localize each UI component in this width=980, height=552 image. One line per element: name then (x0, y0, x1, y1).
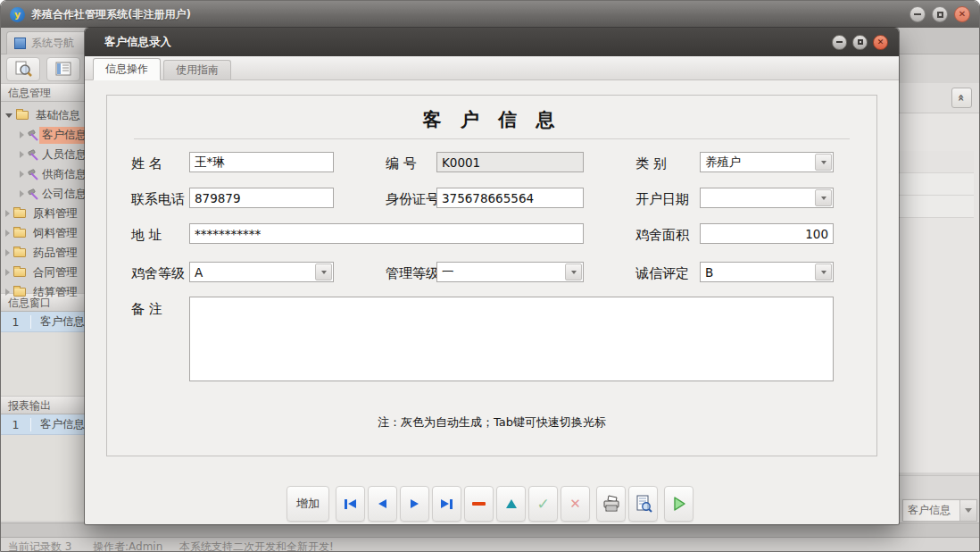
form-note: 注：灰色为自动生成；Tab键可快速切换光标 (107, 414, 876, 431)
prev-icon (378, 499, 386, 508)
last-record-button[interactable] (432, 486, 461, 522)
tree-item-medicine-mgmt[interactable]: 药品管理 (1, 243, 85, 263)
close-button[interactable]: ✕ (954, 6, 970, 22)
combo-drop-button[interactable] (815, 154, 832, 171)
app-logo-icon: y (10, 7, 25, 22)
remark-textarea[interactable] (189, 297, 834, 381)
window-titlebar: y 养殖合作社管理系统(非注册用户) ✕ (1, 1, 979, 28)
category-combo[interactable]: 养殖户 (700, 152, 834, 172)
tree-item-contract-mgmt[interactable]: 合同管理 (1, 263, 85, 282)
combo-drop-button[interactable] (959, 500, 976, 521)
combo-drop-button[interactable] (815, 263, 832, 280)
tree-item-customer-info[interactable]: 客户信息 (1, 125, 85, 145)
customer-form-panel: 客 户 信 息 姓 名 编 号 类 别 养殖户 联系电话 身份证号 开户日期 (106, 95, 877, 456)
post-record-button[interactable]: ✓ (528, 486, 558, 522)
search-tool-button[interactable] (6, 57, 40, 81)
status-message: 本系统支持二次开发和全新开发! (179, 539, 334, 552)
mgmt-grade-combo[interactable]: 一 (436, 262, 584, 282)
tab-info-operation[interactable]: 信息操作 (93, 58, 161, 80)
dialog-minimize-button[interactable] (832, 35, 847, 50)
minus-icon (472, 502, 486, 506)
close-icon: ✕ (877, 38, 884, 46)
print-button[interactable] (596, 486, 626, 522)
status-record-count: 当前记录数 3 (8, 539, 71, 552)
window-title: 养殖合作社管理系统(非注册用户) (31, 7, 191, 22)
tree-item-raw-material[interactable]: 原料管理 (1, 204, 85, 223)
first-icon (348, 499, 356, 508)
folder-icon (13, 288, 26, 297)
report-output-row[interactable]: 1 客户信息 (1, 414, 85, 435)
tool-icon (28, 169, 39, 180)
tree-item-feed-mgmt[interactable]: 饲料管理 (1, 223, 85, 243)
status-operator: 操作者:Admin (93, 539, 162, 552)
add-button[interactable]: 增加 (287, 486, 329, 522)
maximize-icon (858, 39, 863, 45)
bottom-strip (1, 523, 979, 537)
customer-entry-dialog: 客户信息录入 ✕ 信息操作 使用指南 客 户 信 息 姓 名 编 号 类 别 (85, 28, 899, 524)
tree-item-supplier-info[interactable]: 供商信息 (1, 164, 85, 184)
dialog-maximize-button[interactable] (852, 35, 868, 50)
coop-area-input[interactable] (700, 223, 834, 244)
collapse-panel-button[interactable]: « (951, 88, 972, 108)
tab-system-nav[interactable]: 系统导航 (6, 31, 88, 54)
list-view-button[interactable] (46, 57, 80, 81)
window-controls: ✕ (909, 6, 970, 22)
expander-right-icon[interactable] (20, 131, 24, 138)
expander-right-icon[interactable] (5, 230, 10, 237)
name-input[interactable] (189, 152, 334, 172)
chevron-down-icon (821, 271, 826, 274)
delete-record-button[interactable] (464, 486, 494, 522)
tree-item-base-info[interactable]: 基础信息 (1, 105, 85, 125)
next-icon (411, 499, 419, 508)
tree-item-company-info[interactable]: 公司信息 (1, 184, 85, 204)
report-select-combo[interactable]: 客户信息 (902, 499, 977, 522)
expander-right-icon[interactable] (20, 171, 24, 178)
phone-input[interactable] (189, 188, 334, 208)
coop-grade-combo[interactable]: A (189, 262, 334, 282)
cancel-record-button[interactable]: ✕ (561, 486, 590, 522)
play-icon (671, 496, 687, 512)
combo-drop-button[interactable] (315, 263, 332, 280)
id-number-input[interactable] (436, 188, 584, 208)
dialog-close-button[interactable]: ✕ (873, 35, 888, 50)
next-record-button[interactable] (400, 486, 429, 522)
folder-icon (13, 209, 26, 218)
chevron-down-icon (571, 271, 577, 274)
tree-item-personnel-info[interactable]: 人员信息 (1, 145, 85, 164)
search-doc-icon (14, 61, 32, 77)
address-input[interactable] (189, 223, 584, 244)
expander-right-icon[interactable] (20, 151, 24, 158)
folder-icon (13, 248, 26, 257)
run-button[interactable] (664, 486, 693, 522)
label-coop-area: 鸡舍面积 (635, 227, 689, 244)
nav-square-icon (14, 38, 26, 49)
expander-right-icon[interactable] (5, 210, 10, 217)
app-window: y 养殖合作社管理系统(非注册用户) ✕ 系统导航 (0, 0, 980, 552)
expander-right-icon[interactable] (20, 190, 24, 197)
minimize-icon (914, 13, 921, 15)
combo-drop-button[interactable] (565, 263, 582, 280)
first-record-button[interactable] (336, 486, 365, 522)
minimize-button[interactable] (909, 6, 926, 22)
expander-down-icon[interactable] (5, 113, 12, 118)
statusbar: 当前记录数 3 操作者:Admin 本系统支持二次开发和全新开发! (1, 537, 979, 552)
print-preview-button[interactable] (628, 486, 658, 522)
credit-rating-combo[interactable]: B (700, 262, 834, 282)
tab-user-guide[interactable]: 使用指南 (163, 60, 231, 79)
open-date-combo[interactable] (700, 188, 834, 208)
maximize-icon (937, 12, 943, 18)
maximize-button[interactable] (932, 6, 948, 22)
info-window-row[interactable]: 1 客户信息 (1, 312, 85, 332)
edit-record-button[interactable] (496, 486, 526, 522)
expander-right-icon[interactable] (5, 249, 10, 256)
chevron-down-icon (965, 508, 972, 513)
dialog-controls: ✕ (832, 35, 888, 50)
label-id-number: 身份证号 (386, 191, 439, 208)
combo-drop-button[interactable] (815, 189, 832, 206)
list-view-icon (55, 62, 71, 76)
chevron-down-icon (321, 271, 327, 274)
prev-record-button[interactable] (368, 486, 397, 522)
form-title: 客 户 信 息 (107, 107, 876, 132)
expander-right-icon[interactable] (5, 269, 10, 276)
label-credit-rating: 诚信评定 (635, 265, 689, 282)
